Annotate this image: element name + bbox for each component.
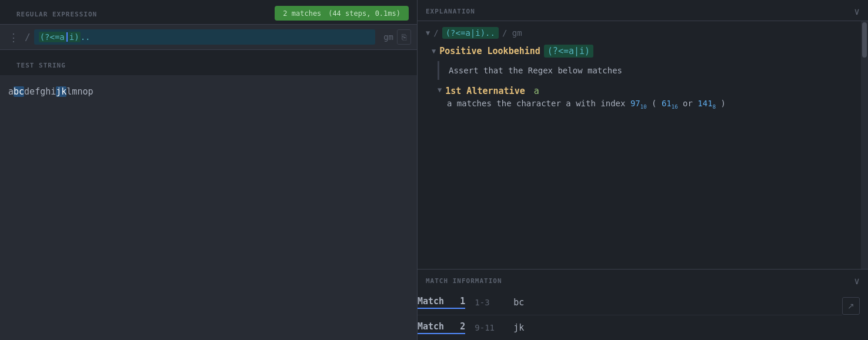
match-highlight-2: jk <box>56 86 66 97</box>
match-1-label: Match 1 <box>418 296 465 309</box>
collapse-toggle[interactable]: ▼ <box>426 29 430 37</box>
regex-lookbehind-part: (?<=a <box>39 32 66 42</box>
test-string-section-title: TEST STRING <box>8 56 74 73</box>
sub-8: 8 <box>713 104 716 110</box>
sub-16: 16 <box>672 104 678 110</box>
regex-dots-part: .. <box>81 32 91 42</box>
test-string-area[interactable]: abcdefghijklmnop <box>0 75 417 340</box>
match-info-title: MATCH INFORMATION <box>426 277 502 285</box>
alt-char: a <box>534 86 539 96</box>
match-info-chevron[interactable]: ∨ <box>854 275 860 287</box>
match-2-label-text: Match <box>418 321 444 332</box>
or-text: ( <box>652 99 656 108</box>
index-97: 97 <box>630 99 640 108</box>
match-2-value: jk <box>513 322 524 333</box>
slash-flags: / gm <box>502 28 522 38</box>
slash-open: / <box>433 28 438 38</box>
regex-display-line: ▼ / (?<=a|i).. / gm <box>426 27 856 39</box>
alt-desc-text: a matches the character a with index <box>447 99 630 108</box>
alt-item-1: ▼ 1st Alternative a <box>438 86 856 96</box>
match-detail: (44 steps, 0.1ms) <box>328 9 400 18</box>
match-badge: 2 matches (44 steps, 0.1ms) <box>275 6 409 21</box>
match-rows-list: Match 1 1-3 bc Match 2 9-11 jk <box>418 290 842 340</box>
regex-input[interactable]: (?<=a i) .. <box>34 29 376 45</box>
match-2-num: 2 <box>460 321 465 332</box>
sub-10: 10 <box>640 104 647 110</box>
match-row-1: Match 1 1-3 bc <box>418 290 842 315</box>
match-1-range: 1-3 <box>475 298 504 307</box>
or-text2: or <box>683 99 697 108</box>
lookbehind-text: Positive Lookbehind <box>439 46 540 56</box>
match-2-label: Match 2 <box>418 321 465 334</box>
match-2-range: 9-11 <box>475 323 504 332</box>
regex-bar: ⋮ / (?<=a i) .. gm ⎘ <box>0 24 417 50</box>
share-button[interactable]: ↗ <box>842 297 860 315</box>
regex-open-slash: / <box>25 32 31 43</box>
regex-lookbehind-part2: i) <box>68 32 81 42</box>
lookbehind-regex-display: (?<=a|i) <box>544 45 593 58</box>
match-1-label-text: Match <box>418 296 444 307</box>
right-panel: EXPLANATION ∨ ▼ / (?<=a|i).. / gm ▼ Posi… <box>418 0 868 340</box>
lookbehind-label: ▼ Positive Lookbehind (?<=a|i) <box>432 45 856 58</box>
match-highlight-1: bc <box>14 86 24 97</box>
regex-full-highlight: (?<=a|i).. <box>442 27 499 39</box>
match-info-section: MATCH INFORMATION ∨ Match 1 1-3 bc <box>418 269 868 340</box>
scroll-thumb[interactable] <box>862 22 867 58</box>
match-count: 2 matches <box>283 9 321 18</box>
match-1-value: bc <box>513 297 524 308</box>
explanation-header: EXPLANATION ∨ <box>418 0 868 21</box>
explanation-body: ▼ / (?<=a|i).. / gm ▼ Positive Lookbehin… <box>418 21 868 269</box>
drag-handle-icon[interactable]: ⋮ <box>6 30 21 45</box>
alt-toggle[interactable]: ▼ <box>438 86 442 94</box>
explanation-title: EXPLANATION <box>426 8 475 15</box>
alt-label: 1st Alternative <box>445 86 530 96</box>
alt-description: a matches the character a with index 971… <box>447 99 856 110</box>
regex-flags: gm <box>383 32 393 42</box>
match-rows-container: Match 1 1-3 bc Match 2 9-11 jk <box>418 290 868 340</box>
index-61: 61 <box>662 99 672 108</box>
index-141: 141 <box>697 99 712 108</box>
test-string-display: abcdefghijklmnop <box>8 85 409 99</box>
match-row-2: Match 2 9-11 jk <box>418 315 842 340</box>
close-paren: ) <box>720 99 725 108</box>
lookbehind-toggle[interactable]: ▼ <box>432 47 436 55</box>
chevron-down-icon[interactable]: ∨ <box>854 6 860 17</box>
left-panel: REGULAR EXPRESSION 2 matches (44 steps, … <box>0 0 418 340</box>
match-1-num: 1 <box>460 296 465 307</box>
match-info-header: MATCH INFORMATION ∨ <box>418 270 868 290</box>
cursor <box>66 32 68 42</box>
lookbehind-tree-item: ▼ Positive Lookbehind (?<=a|i) Assert th… <box>432 45 856 110</box>
assert-text: Assert that the Regex below matches <box>438 61 856 80</box>
regex-section-title: REGULAR EXPRESSION <box>8 5 105 22</box>
copy-button[interactable]: ⎘ <box>397 29 411 45</box>
scrollbar[interactable] <box>861 21 868 269</box>
